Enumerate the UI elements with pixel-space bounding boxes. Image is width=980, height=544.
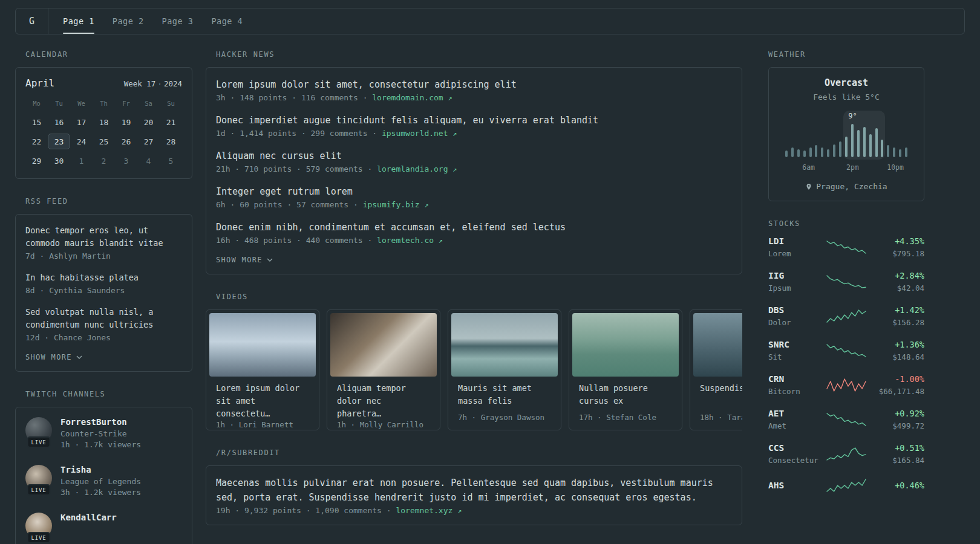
- twitch-channel-name[interactable]: Trisha: [60, 465, 141, 474]
- twitch-channel-row[interactable]: LIVE Trisha League of Legends 3h · 1.2k …: [25, 465, 182, 497]
- twitch-channel-row[interactable]: LIVE KendallCarr: [25, 513, 182, 539]
- hn-item-domain-link[interactable]: loremdomain.com ↗: [372, 93, 452, 102]
- hackernews-card: Lorem ipsum dolor sit amet, consectetur …: [206, 67, 742, 274]
- rss-item-meta: 12d · Chance Jones: [25, 333, 182, 342]
- stock-change: -1.00%: [866, 374, 924, 384]
- stock-ticker: DBS: [768, 305, 826, 315]
- stock-sparkline: [826, 343, 866, 358]
- rss-show-more-button[interactable]: SHOW MORE: [25, 353, 182, 361]
- rss-item-meta: 7d · Ashlyn Martin: [25, 251, 182, 261]
- calendar-day: 15: [25, 114, 48, 130]
- video-thumbnail[interactable]: [330, 313, 437, 377]
- subreddit-post-title[interactable]: Maecenas mollis pulvinar erat non posuer…: [216, 476, 732, 505]
- external-link-icon: ↗: [448, 94, 452, 102]
- video-thumbnail[interactable]: [693, 313, 742, 377]
- stock-price: $148.64: [866, 352, 924, 361]
- rss-item: Sed volutpat nulla nisl, a condimentum n…: [25, 306, 182, 342]
- twitch-section: TWITCH CHANNELS LIVE ForrestBurton Count…: [15, 390, 192, 544]
- hn-item-title[interactable]: Aliquam nec cursus elit: [216, 149, 732, 163]
- tab-page-2[interactable]: Page 2: [113, 8, 144, 34]
- video-thumbnail[interactable]: [451, 313, 558, 377]
- video-title[interactable]: Aliquam tempor dolor nec pharetra…: [330, 377, 437, 420]
- hn-item-title[interactable]: Integer eget rutrum lorem: [216, 184, 732, 199]
- weather-hour-bar: [845, 137, 848, 157]
- weather-location: Prague, Czechia: [779, 182, 914, 191]
- hn-item-title[interactable]: Donec enim nibh, condimentum et accumsan…: [216, 220, 732, 235]
- stock-row[interactable]: AET Amet +0.92% $499.72: [768, 409, 924, 430]
- hn-item-domain-link[interactable]: loremtech.co ↗: [377, 236, 443, 245]
- twitch-channel-game[interactable]: League of Legends: [60, 477, 141, 486]
- left-column: CALENDAR April Week 17·2024 Mo Tu We Th …: [15, 50, 192, 544]
- stocks-list: LDI Lorem +4.35% $795.18 IIG Ipsum: [768, 236, 924, 493]
- video-title[interactable]: Lorem ipsum dolor sit amet consectetu…: [209, 377, 316, 420]
- stock-row[interactable]: LDI Lorem +4.35% $795.18: [768, 236, 924, 258]
- twitch-channel-viewers: 3h · 1.2k viewers: [60, 488, 141, 497]
- twitch-channel-game[interactable]: Counter-Strike: [60, 429, 141, 438]
- hn-item-domain-link[interactable]: ipsumworld.net ↗: [382, 129, 457, 138]
- video-card[interactable]: Nullam posuere cursus ex 17h · Stefan Co…: [569, 309, 682, 430]
- app-logo[interactable]: G: [29, 16, 34, 27]
- external-link-icon: ↗: [457, 507, 462, 515]
- weather-hour-bar: [839, 141, 841, 157]
- rss-item-title[interactable]: Sed volutpat nulla nisl, a condimentum n…: [25, 306, 182, 331]
- stock-change: +1.42%: [866, 305, 924, 315]
- video-card[interactable]: Aliquam tempor dolor nec pharetra… 1h · …: [327, 309, 440, 430]
- calendar-section: CALENDAR April Week 17·2024 Mo Tu We Th …: [15, 50, 192, 179]
- stock-row[interactable]: AHS +0.46%: [768, 478, 924, 493]
- video-card[interactable]: Suspendisse diam 18h · Tara: [690, 309, 742, 430]
- tab-page-4[interactable]: Page 4: [211, 8, 243, 34]
- avatar: LIVE: [25, 513, 52, 539]
- stock-ticker: CRN: [768, 374, 826, 384]
- video-title[interactable]: Suspendisse diam: [693, 377, 742, 413]
- hn-item: Aliquam nec cursus elit 21h · 710 points…: [216, 149, 732, 173]
- twitch-channel-name[interactable]: KendallCarr: [60, 513, 117, 522]
- hn-item-domain-link[interactable]: loremlandia.org ↗: [377, 164, 457, 173]
- subreddit-post-domain-link[interactable]: loremnet.xyz ↗: [396, 506, 462, 515]
- rss-item-title[interactable]: Donec tempor eros leo, ut commodo mauris…: [25, 224, 182, 250]
- hn-item-title[interactable]: Donec imperdiet augue tincidunt felis al…: [216, 113, 732, 128]
- hn-show-more-button[interactable]: SHOW MORE: [216, 256, 732, 264]
- weather-hour-bar: [893, 147, 895, 157]
- tab-page-3[interactable]: Page 3: [162, 8, 194, 34]
- stock-name: Lorem: [768, 249, 826, 258]
- subreddit-post: Maecenas mollis pulvinar erat non posuer…: [216, 476, 732, 515]
- hn-item-meta: 16h · 468 points · 440 comments · loremt…: [216, 236, 732, 245]
- stock-row[interactable]: CCS Consectetur +0.51% $165.84: [768, 443, 924, 465]
- hn-item: Donec imperdiet augue tincidunt felis al…: [216, 113, 732, 138]
- weather-card: Overcast Feels like 5°C 9° 6am 2pm 10pm …: [768, 67, 924, 201]
- hn-item-title[interactable]: Lorem ipsum dolor sit amet, consectetur …: [216, 77, 732, 92]
- tab-page-1[interactable]: Page 1: [63, 8, 94, 34]
- video-thumbnail[interactable]: [572, 313, 679, 377]
- video-title[interactable]: Mauris sit amet massa felis: [451, 377, 558, 413]
- hackernews-section: HACKER NEWS Lorem ipsum dolor sit amet, …: [206, 50, 742, 274]
- hn-item-meta: 1d · 1,414 points · 299 comments · ipsum…: [216, 129, 732, 138]
- hn-item: Lorem ipsum dolor sit amet, consectetur …: [216, 77, 732, 102]
- rss-item: Donec tempor eros leo, ut commodo mauris…: [25, 224, 182, 261]
- calendar-day: 19: [115, 114, 137, 130]
- weather-time-axis: 6am 2pm 10pm: [783, 163, 909, 172]
- calendar-day-selected: 23: [48, 134, 70, 149]
- dashboard-columns: CALENDAR April Week 17·2024 Mo Tu We Th …: [15, 50, 965, 544]
- rss-item: In hac habitasse platea 8d · Cynthia Sau…: [25, 271, 182, 295]
- twitch-channel-row[interactable]: LIVE ForrestBurton Counter-Strike 1h · 1…: [25, 417, 182, 449]
- video-card[interactable]: Mauris sit amet massa felis 7h · Grayson…: [448, 309, 561, 430]
- calendar-day: 28: [160, 134, 182, 149]
- calendar-heading: CALENDAR: [25, 50, 192, 59]
- video-meta: 1h · Lori Barnett: [209, 420, 316, 430]
- stock-row[interactable]: SNRC Sit +1.36% $148.64: [768, 340, 924, 361]
- stock-row[interactable]: DBS Dolor +1.42% $156.28: [768, 305, 924, 327]
- stock-row[interactable]: IIG Ipsum +2.84% $42.04: [768, 271, 924, 293]
- video-thumbnail[interactable]: [209, 313, 316, 377]
- weather-hour-bar: [857, 130, 860, 157]
- video-title[interactable]: Nullam posuere cursus ex: [572, 377, 679, 413]
- calendar-day: 27: [137, 134, 160, 149]
- video-meta: 1h · Molly Carrillo: [330, 420, 437, 430]
- nav-divider: [48, 8, 48, 34]
- rss-item-title[interactable]: In hac habitasse platea: [25, 271, 182, 284]
- calendar-week-label: Week 17·2024: [124, 79, 182, 88]
- twitch-channel-name[interactable]: ForrestBurton: [60, 417, 141, 427]
- stock-row[interactable]: CRN Bitcorn -1.00% $66,171.48: [768, 374, 924, 396]
- stock-name: Sit: [768, 352, 826, 361]
- video-card[interactable]: Lorem ipsum dolor sit amet consectetu… 1…: [206, 309, 319, 430]
- hn-item-domain-link[interactable]: ipsumify.biz ↗: [363, 200, 429, 209]
